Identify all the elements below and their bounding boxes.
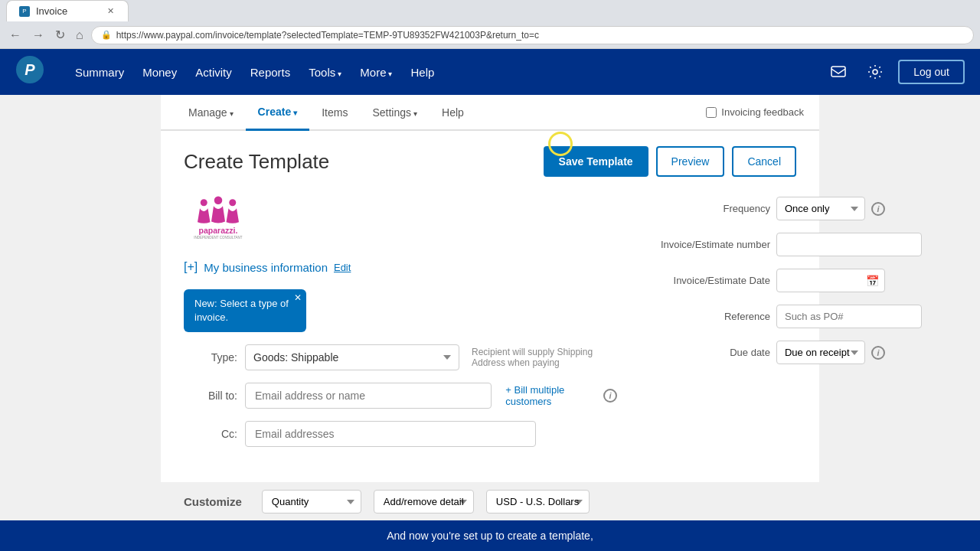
- paypal-header: P Summary Money Activity Reports Tools▾ …: [0, 49, 980, 95]
- manage-dropdown-arrow: ▾: [230, 109, 234, 118]
- inner-container: Manage▾ Create▾ Items Settings▾ Help Inv…: [161, 95, 819, 521]
- nav-money[interactable]: Money: [142, 66, 177, 79]
- due-date-select-wrapper: Due on receipt: [776, 341, 865, 364]
- browser-chrome: P Invoice ✕ ← → ↻ ⌂ 🔒 https://www.paypal…: [0, 0, 980, 49]
- subnav-settings[interactable]: Settings▾: [360, 96, 430, 129]
- bottom-bar: And now you're set up to create a templa…: [0, 520, 980, 546]
- svg-text:P: P: [24, 61, 35, 78]
- logo-area: paparazzi. INDEPENDENT CONSULTANT: [184, 189, 617, 245]
- back-button[interactable]: ←: [6, 25, 24, 45]
- url-text: https://www.paypal.com/invoice/template?…: [116, 30, 539, 41]
- svg-point-3: [873, 70, 877, 74]
- bill-to-input[interactable]: [245, 383, 492, 409]
- nav-help[interactable]: Help: [410, 66, 434, 79]
- forward-button[interactable]: →: [29, 25, 47, 45]
- svg-rect-2: [831, 67, 845, 77]
- reference-input[interactable]: [776, 305, 922, 328]
- tooltip-close-button[interactable]: ✕: [294, 292, 302, 303]
- invoice-number-row: Invoice/Estimate number: [640, 233, 885, 256]
- quantity-select[interactable]: Quantity: [262, 490, 361, 514]
- nav-more[interactable]: More▾: [360, 66, 392, 79]
- nav-summary[interactable]: Summary: [75, 66, 124, 79]
- paypal-logo-icon: P: [15, 55, 44, 84]
- browser-tab[interactable]: P Invoice ✕: [6, 0, 129, 21]
- logout-button[interactable]: Log out: [898, 60, 965, 84]
- due-date-label: Due date: [640, 347, 770, 358]
- business-info-label: My business information: [204, 261, 328, 274]
- invoice-number-label: Invoice/Estimate number: [640, 239, 770, 250]
- messages-button[interactable]: [825, 58, 852, 86]
- refresh-button[interactable]: ↻: [52, 24, 68, 45]
- bill-to-info-icon[interactable]: i: [603, 389, 617, 403]
- page-title: Create Template: [184, 150, 329, 174]
- invoice-date-wrapper: 📅: [776, 269, 885, 292]
- tooltip-bubble: ✕ New: Select a type of invoice.: [184, 289, 306, 332]
- frequency-select-wrapper: Once only: [776, 197, 865, 220]
- svg-text:INDEPENDENT CONSULTANT: INDEPENDENT CONSULTANT: [194, 236, 243, 240]
- svg-text:paparazzi.: paparazzi.: [199, 226, 238, 235]
- reference-label: Reference: [640, 311, 770, 322]
- lock-icon: 🔒: [101, 30, 112, 40]
- edit-business-link[interactable]: Edit: [334, 262, 351, 273]
- messages-icon: [830, 64, 847, 80]
- paypal-logo: P: [15, 55, 44, 90]
- tab-close-button[interactable]: ✕: [105, 6, 116, 17]
- cc-label: Cc:: [184, 428, 237, 440]
- frequency-select[interactable]: Once only: [776, 197, 865, 220]
- reference-row: Reference: [640, 305, 885, 328]
- bottom-bar-text: And now you're set up to create a templa…: [387, 530, 593, 542]
- more-dropdown-arrow: ▾: [388, 70, 392, 78]
- tab-favicon: P: [19, 6, 30, 17]
- subnav-manage[interactable]: Manage▾: [176, 96, 246, 129]
- tools-dropdown-arrow: ▾: [338, 70, 341, 78]
- type-field-row: Type: Goods: Shippable Recipient will su…: [184, 344, 617, 370]
- currency-select[interactable]: USD - U.S. Dollars: [486, 490, 590, 514]
- business-info-row: [+] My business information Edit: [184, 260, 617, 274]
- detail-select[interactable]: Add/remove detail: [374, 490, 474, 514]
- invoice-date-label: Invoice/Estimate Date: [640, 275, 770, 286]
- calendar-icon[interactable]: 📅: [866, 275, 879, 287]
- nav-activity[interactable]: Activity: [195, 66, 232, 79]
- create-dropdown-arrow: ▾: [293, 109, 297, 117]
- customize-label: Customize: [184, 495, 242, 508]
- cc-input[interactable]: [245, 421, 536, 447]
- settings-button[interactable]: [861, 58, 889, 86]
- due-date-info-icon[interactable]: i: [871, 346, 885, 360]
- frequency-info-icon[interactable]: i: [871, 202, 885, 216]
- cancel-button[interactable]: Cancel: [732, 146, 796, 177]
- due-date-row: Due date Due on receipt i: [640, 341, 885, 364]
- subnav-create[interactable]: Create▾: [246, 95, 310, 131]
- type-label: Type:: [184, 351, 237, 364]
- customize-bar: Customize Quantity Add/remove detail USD…: [161, 482, 819, 521]
- form-area: paparazzi. INDEPENDENT CONSULTANT [+] My…: [161, 189, 819, 474]
- subnav-items[interactable]: Items: [309, 96, 360, 129]
- nav-tools[interactable]: Tools▾: [309, 66, 341, 79]
- svg-point-6: [229, 199, 236, 206]
- tooltip-container: ✕ New: Select a type of invoice.: [184, 289, 617, 332]
- bill-to-row: Bill to: + Bill multiple customers i: [184, 383, 617, 409]
- form-right: Frequency Once only i Invoice/Estimate n…: [640, 189, 885, 459]
- tab-title: Invoice: [36, 5, 67, 17]
- feedback-label: Invoicing feedback: [721, 106, 804, 118]
- bill-to-label: Bill to:: [184, 390, 237, 402]
- nav-reports[interactable]: Reports: [250, 66, 291, 79]
- preview-button[interactable]: Preview: [656, 146, 725, 177]
- address-input[interactable]: 🔒 https://www.paypal.com/invoice/templat…: [91, 26, 974, 44]
- expand-business-button[interactable]: [+]: [184, 260, 198, 274]
- svg-point-4: [214, 197, 223, 205]
- header-actions: Log out: [825, 58, 965, 86]
- type-select-wrapper: Goods: Shippable: [245, 344, 459, 370]
- content-area: Manage▾ Create▾ Items Settings▾ Help Inv…: [0, 95, 980, 546]
- save-template-button[interactable]: Save Template: [544, 146, 648, 177]
- home-button[interactable]: ⌂: [73, 25, 87, 45]
- feedback-checkbox[interactable]: [706, 107, 717, 118]
- bill-multiple-link[interactable]: + Bill multiple customers: [505, 384, 596, 407]
- page-header: Create Template Save Template Preview Ca…: [161, 131, 819, 189]
- settings-dropdown-arrow: ▾: [413, 109, 417, 118]
- subnav-help[interactable]: Help: [430, 96, 476, 129]
- type-select[interactable]: Goods: Shippable: [245, 344, 459, 370]
- invoice-number-input[interactable]: [776, 233, 922, 256]
- sub-nav: Manage▾ Create▾ Items Settings▾ Help Inv…: [161, 95, 819, 131]
- svg-point-5: [201, 199, 207, 206]
- due-date-select[interactable]: Due on receipt: [776, 341, 865, 364]
